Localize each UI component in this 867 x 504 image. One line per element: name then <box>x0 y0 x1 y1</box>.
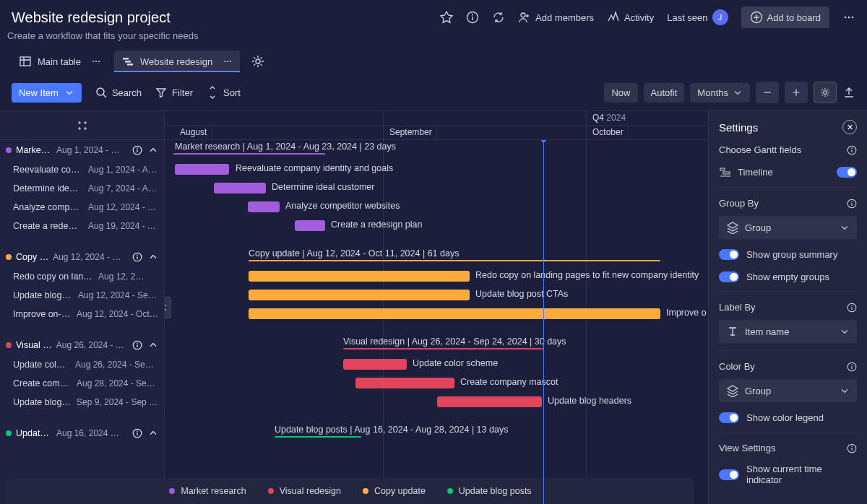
zoom-in-button[interactable] <box>785 82 808 103</box>
info-icon[interactable] <box>847 199 857 209</box>
month-label: October <box>588 126 629 140</box>
task-row[interactable]: Redo copy on landing…Aug 12, 2… <box>0 267 164 286</box>
more-menu-button[interactable] <box>842 11 855 24</box>
chevron-up-icon[interactable] <box>148 340 158 350</box>
gantt-bar[interactable] <box>295 220 325 231</box>
group-summary: Visual redesign | Aug 26, 2024 - Sep 24,… <box>343 336 566 347</box>
label-by-select[interactable]: Item name <box>719 320 857 343</box>
gantt-bar[interactable] <box>355 378 454 388</box>
task-row[interactable]: Reevaluate compan…Aug 1, 2024 - Au… <box>0 160 164 179</box>
gantt-bar[interactable] <box>248 201 280 212</box>
dots-icon[interactable] <box>91 56 101 66</box>
show-color-legend-toggle[interactable] <box>719 412 739 423</box>
gantt-bar[interactable] <box>214 183 266 194</box>
chevron-down-icon <box>64 87 74 97</box>
task-row[interactable]: Analyze competi…Aug 12, 2024 - … <box>0 198 164 217</box>
dots-icon <box>842 11 855 24</box>
info-icon[interactable] <box>847 303 857 313</box>
show-group-summary-toggle[interactable] <box>719 249 739 260</box>
settings-panel: Settings ✕ Choose Gantt fields Timeline … <box>708 111 867 504</box>
text-icon <box>726 325 739 338</box>
export-icon <box>842 86 855 99</box>
layers-icon <box>726 221 739 234</box>
info-icon[interactable] <box>132 428 142 438</box>
info-icon[interactable] <box>132 340 142 350</box>
task-list-sidebar: Market … Aug 1, 2024 - … Reevaluate comp… <box>0 111 165 504</box>
group-header[interactable]: Market … Aug 1, 2024 - … <box>0 140 164 160</box>
gear-icon <box>820 87 830 97</box>
sort-icon <box>206 86 219 99</box>
gantt-chart[interactable]: Q4 2024 August September October Market … <box>165 111 708 504</box>
info-icon[interactable] <box>132 252 142 262</box>
add-members-button[interactable]: Add members <box>518 11 594 24</box>
show-current-time-toggle[interactable] <box>719 469 739 480</box>
info-icon[interactable] <box>847 145 857 155</box>
task-row[interactable]: Update blog h…Sep 9, 2024 - Sep … <box>0 393 164 412</box>
add-to-board-button[interactable]: Add to board <box>741 6 829 28</box>
autofit-button[interactable]: Autofit <box>644 83 685 103</box>
chevron-up-icon[interactable] <box>148 145 158 155</box>
info-icon[interactable] <box>847 362 857 372</box>
gantt-bar[interactable] <box>343 359 407 370</box>
search-button[interactable]: Search <box>95 86 142 99</box>
chevron-down-icon <box>733 87 743 97</box>
group-summary: Copy update | Aug 12, 2024 - Oct 11, 202… <box>249 248 459 258</box>
info-icon[interactable] <box>132 145 142 155</box>
now-button[interactable]: Now <box>604 83 637 103</box>
info-button[interactable] <box>466 11 479 24</box>
task-row[interactable]: Update blog p…Aug 12, 2024 - Se… <box>0 286 164 305</box>
last-seen[interactable]: Last seenJ <box>667 9 728 25</box>
refresh-icon <box>492 11 505 24</box>
task-row[interactable]: Improve on-p…Aug 12, 2024 - Oct… <box>0 305 164 323</box>
info-icon <box>466 11 479 24</box>
color-by-select[interactable]: Group <box>719 379 857 402</box>
task-row[interactable]: Determine ideal…Aug 7, 2024 - Au… <box>0 179 164 198</box>
timeline-toggle[interactable] <box>837 167 857 178</box>
chevron-down-icon <box>840 386 850 396</box>
sort-button[interactable]: Sort <box>206 86 241 99</box>
expand-icon[interactable] <box>76 119 89 132</box>
collapse-sidebar-handle[interactable] <box>165 297 171 318</box>
gantt-bar[interactable] <box>175 164 229 175</box>
info-icon[interactable] <box>847 443 857 453</box>
gantt-bar[interactable] <box>437 396 542 407</box>
refresh-button[interactable] <box>492 11 505 24</box>
settings-title: Settings <box>719 121 758 134</box>
group-color-dot <box>6 254 12 260</box>
timescale-select[interactable]: Months <box>690 83 750 103</box>
month-label: September <box>385 126 437 140</box>
group-summary: Update blog posts | Aug 16, 2024 - Aug 2… <box>275 425 508 435</box>
gantt-bar[interactable] <box>249 271 470 282</box>
group-header[interactable]: Copy … Aug 12, 2024 - … <box>0 247 164 267</box>
zoom-out-button[interactable] <box>756 82 779 103</box>
add-person-icon <box>518 11 531 24</box>
color-legend: Market research Visual redesign Copy upd… <box>7 478 694 504</box>
chevron-up-icon[interactable] <box>148 428 158 438</box>
close-settings-button[interactable]: ✕ <box>842 120 857 134</box>
chevron-up-icon[interactable] <box>148 252 158 262</box>
layers-icon <box>726 384 739 397</box>
favorite-button[interactable] <box>440 11 453 24</box>
tab-main-table[interactable]: Main table <box>12 51 108 72</box>
gantt-bar[interactable] <box>249 290 470 300</box>
group-summary: Market research | Aug 1, 2024 - Aug 23, … <box>175 142 396 152</box>
group-header[interactable]: Update … Aug 16, 2024 … <box>0 423 164 443</box>
export-button[interactable] <box>842 86 855 99</box>
task-row[interactable]: Update color …Aug 26, 2024 - Se… <box>0 355 164 374</box>
group-by-select[interactable]: Group <box>719 216 857 239</box>
new-item-button[interactable]: New Item <box>12 83 82 103</box>
task-row[interactable]: Create a rede…Aug 19, 2024 - Au… <box>0 217 164 235</box>
activity-button[interactable]: Activity <box>607 11 654 24</box>
dots-icon[interactable] <box>223 56 233 66</box>
search-icon <box>95 86 108 99</box>
month-label: August <box>176 126 212 140</box>
view-settings-button[interactable] <box>251 55 264 68</box>
group-header[interactable]: Visual … Aug 26, 2024 - … <box>0 335 164 355</box>
chevron-down-icon <box>840 326 850 336</box>
task-row[interactable]: Create compa…Aug 28, 2024 - Se… <box>0 374 164 393</box>
show-empty-groups-toggle[interactable] <box>719 271 739 282</box>
tab-website-redesign[interactable]: Website redesign <box>114 51 240 72</box>
gantt-bar[interactable] <box>249 308 660 319</box>
filter-button[interactable]: Filter <box>155 86 193 99</box>
settings-button[interactable] <box>814 82 837 103</box>
